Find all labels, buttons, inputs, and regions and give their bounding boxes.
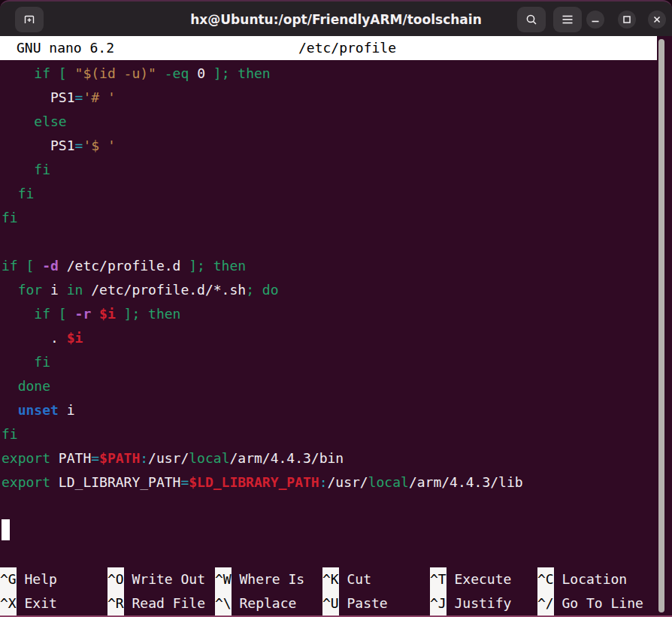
- code-segment: /usr/: [148, 450, 189, 466]
- code-line: if [ -r $i ]; then: [0, 302, 672, 326]
- shortcut-key: ^T: [430, 567, 446, 591]
- code-segment: local: [368, 474, 409, 490]
- code-segment: /arm/4.4.3/bin: [229, 450, 344, 466]
- code-segment: i: [42, 282, 67, 298]
- shortcut-label: Paste: [339, 595, 388, 611]
- shortcut-key: ^R: [107, 591, 124, 615]
- code-line: export PATH=$PATH:/usr/local/arm/4.4.3/b…: [0, 446, 672, 470]
- code-line: [0, 230, 672, 254]
- code-line: [0, 495, 672, 519]
- minimize-icon: [591, 13, 600, 27]
- shortcut-label: Cut: [339, 571, 371, 587]
- shortcut-write-out: ^O Write Out: [107, 567, 215, 591]
- shortcut-label: Write Out: [124, 571, 205, 587]
- shortcut-key: ^G: [0, 567, 17, 591]
- shortcut-read-file: ^R Read File: [107, 591, 215, 615]
- nano-filename: /etc/profile: [298, 36, 396, 60]
- code-segment: in: [67, 282, 83, 298]
- shortcut-key: ^K: [322, 567, 339, 591]
- code-segment: '# ': [83, 89, 115, 105]
- terminal-screen[interactable]: GNU nano 6.2 /etc/profile if [ "$(id -u)…: [0, 36, 672, 615]
- code-segment: [189, 65, 197, 81]
- shortcut-go-to-line: ^/ Go To Line: [537, 591, 645, 615]
- shortcut-label: Go To Line: [554, 595, 643, 611]
- code-line: . $i: [0, 326, 672, 350]
- code-segment: .: [2, 330, 67, 346]
- code-segment: fi: [2, 186, 34, 201]
- code-line: PS1='# ': [0, 86, 672, 110]
- new-tab-icon: [23, 13, 36, 26]
- shortcut-replace: ^\ Replace: [215, 591, 322, 615]
- code-segment: i: [59, 402, 75, 418]
- code-segment: PS1: [2, 138, 75, 153]
- new-tab-button[interactable]: [15, 7, 44, 32]
- shortcut-label: Help: [17, 571, 57, 587]
- code-segment: $i: [99, 306, 116, 322]
- code-segment: export: [2, 474, 50, 490]
- code-line: export LD_LIBRARY_PATH=$LD_LIBRARY_PATH:…: [0, 470, 672, 495]
- shortcut-key: ^X: [0, 591, 17, 615]
- shortcut-where-is: ^W Where Is: [215, 567, 322, 591]
- code-segment: fi: [2, 210, 18, 225]
- close-icon: [652, 13, 661, 27]
- shortcut-location: ^C Location: [537, 567, 645, 591]
- shortcut-key: ^/: [537, 591, 554, 615]
- code-line: fi: [0, 422, 672, 446]
- code-segment: 0: [197, 65, 205, 81]
- maximize-button[interactable]: [618, 11, 636, 29]
- code-segment: ]; then: [116, 306, 181, 322]
- shortcut-key: ^\: [215, 591, 232, 615]
- code-segment: /usr/: [328, 474, 368, 490]
- code-segment: =: [91, 450, 99, 466]
- code-line: if [ "$(id -u)" -eq 0 ]; then: [0, 62, 672, 86]
- titlebar: hx@Ubuntu:/opt/FriendlyARM/toolschain: [0, 0, 672, 36]
- code-line: unset i: [0, 398, 672, 422]
- nano-version-label: GNU nano 6.2: [17, 36, 114, 60]
- shortcut-label: Location: [554, 571, 628, 587]
- code-line: for i in /etc/profile.d/*.sh; do: [0, 278, 672, 302]
- code-segment: "$(id -u)": [75, 65, 156, 81]
- code-segment: PATH: [50, 450, 91, 466]
- code-segment: ; do: [246, 282, 278, 298]
- code-segment: /arm/4.4.3/lib: [409, 474, 523, 490]
- nano-titlebar: GNU nano 6.2 /etc/profile: [0, 36, 657, 60]
- text-cursor: [2, 519, 10, 540]
- shortcut-label: Where Is: [232, 571, 305, 587]
- search-button[interactable]: [517, 7, 546, 32]
- shortcut-row: ^G Help^O Write Out^W Where Is^K Cut^T E…: [0, 567, 672, 591]
- code-segment: =: [75, 89, 83, 105]
- editor-buffer: if [ "$(id -u)" -eq 0 ]; then PS1='# ' e…: [0, 60, 672, 543]
- code-segment: export: [2, 450, 50, 466]
- code-segment: if [: [2, 258, 42, 274]
- shortcut-key: ^J: [430, 591, 446, 615]
- code-segment: done: [2, 378, 50, 394]
- code-segment: ]; then: [189, 258, 246, 274]
- code-segment: $i: [67, 330, 83, 346]
- code-segment: LD_LIBRARY_PATH: [50, 474, 180, 490]
- code-line: fi: [0, 158, 672, 182]
- code-segment: =: [180, 474, 189, 490]
- code-segment: /etc/profile.d/*.sh: [83, 282, 246, 298]
- shortcut-execute: ^T Execute: [430, 567, 537, 591]
- shortcut-key: ^U: [322, 591, 339, 615]
- code-segment: :: [319, 474, 328, 490]
- shortcut-exit: ^X Exit: [0, 591, 107, 615]
- shortcut-key: ^C: [537, 567, 554, 591]
- code-segment: '$ ': [83, 138, 115, 153]
- shortcut-label: Justify: [446, 595, 512, 611]
- shortcut-label: Exit: [17, 595, 57, 611]
- menu-button[interactable]: [553, 7, 582, 32]
- close-button[interactable]: [648, 11, 666, 29]
- shortcut-label: Replace: [232, 595, 297, 611]
- minimize-button[interactable]: [586, 11, 604, 29]
- code-segment: fi: [2, 354, 50, 370]
- code-line: fi: [0, 182, 672, 206]
- terminal-scrollbar[interactable]: [658, 39, 664, 612]
- shortcut-cut: ^K Cut: [322, 567, 430, 591]
- code-segment: $LD_LIBRARY_PATH: [189, 474, 319, 490]
- code-line: PS1='$ ': [0, 134, 672, 158]
- code-segment: /etc/profile.d: [59, 258, 189, 274]
- code-segment: fi: [2, 426, 18, 442]
- maximize-icon: [622, 13, 631, 27]
- code-line: else: [0, 110, 672, 134]
